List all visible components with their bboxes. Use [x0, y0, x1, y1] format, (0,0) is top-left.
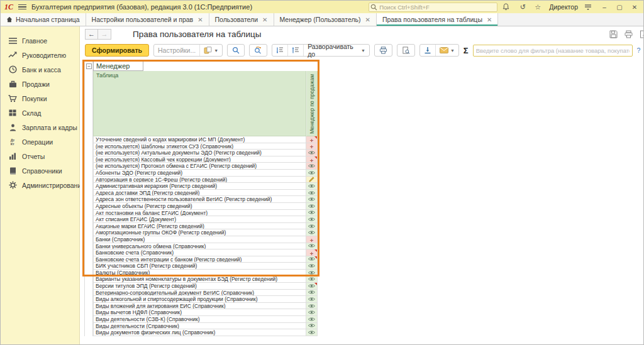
table-row[interactable]: Версии титулов ЭПД (Регистр сведений) — [84, 283, 318, 290]
table-row[interactable]: Административная иерархия (Регистр сведе… — [84, 183, 318, 190]
row-label[interactable]: (не используется) Актуальные документы Э… — [93, 150, 306, 156]
group-row[interactable]: − Менеджер — [84, 62, 318, 71]
row-label[interactable]: Банки (Справочник) — [93, 236, 306, 243]
table-row[interactable]: (не используется) Актуальные документы Э… — [84, 150, 318, 156]
column-header-manager[interactable]: Менеджер по продажам — [306, 71, 318, 136]
row-label[interactable]: БИК участников СБП (Регистр сведений) — [93, 263, 306, 270]
collapse-levels-icon[interactable] — [272, 45, 287, 56]
access-cell[interactable]: + — [306, 249, 318, 256]
tab-3[interactable]: Менеджер (Пользователь)✕ — [274, 13, 377, 26]
maximize-icon[interactable]: ▢ — [614, 4, 625, 11]
table-row[interactable]: Банки (Справочник)+ — [84, 236, 318, 243]
table-row[interactable]: Авторизация в сервисе 1С-Фреш (Регистр с… — [84, 177, 318, 183]
sidebar-item-4[interactable]: Покупки — [1, 91, 79, 106]
table-row[interactable]: Акцизные марки ЕГАИС (Регистр сведений) — [84, 223, 318, 230]
save-report-icon[interactable] — [420, 45, 435, 56]
minimize-icon[interactable]: – — [599, 4, 609, 11]
row-label[interactable]: (не используется) Кассовый чек коррекции… — [93, 156, 306, 163]
back-button[interactable]: ← — [85, 29, 98, 40]
sidebar-item-2[interactable]: Банк и касса — [1, 62, 79, 77]
row-label[interactable]: Акт списания ЕГАИС (Документ) — [93, 216, 306, 223]
row-label[interactable]: (не используется) Шаблоны этикеток СУЗ (… — [93, 143, 306, 150]
access-cell[interactable] — [306, 316, 318, 323]
print-report-button[interactable] — [374, 44, 392, 57]
access-cell[interactable] — [306, 290, 318, 297]
report-variants-icon[interactable]: ▼ — [199, 45, 222, 56]
filter-input[interactable] — [473, 45, 633, 57]
tab-1[interactable]: Настройки пользователей и прав✕ — [86, 13, 209, 26]
table-row[interactable]: Акт списания ЕГАИС (Документ) — [84, 216, 318, 223]
table-row[interactable]: Амортизационные группы ОКОФ (Регистр све… — [84, 229, 318, 236]
access-cell[interactable] — [306, 270, 318, 277]
table-row[interactable]: Акт постановки на баланс ЕГАИС (Документ… — [84, 210, 318, 217]
access-cell[interactable] — [306, 309, 318, 316]
sum-sigma-icon[interactable]: Σ — [464, 46, 469, 55]
table-row[interactable]: Адреса доставки ЭПД (Регистр сведений) — [84, 190, 318, 197]
row-label[interactable]: Адреса доставки ЭПД (Регистр сведений) — [93, 190, 306, 197]
generate-button[interactable]: Сформировать — [85, 44, 149, 57]
group-label[interactable]: Менеджер — [93, 62, 143, 71]
access-cell[interactable] — [306, 276, 318, 283]
history-icon[interactable]: ↺ — [518, 1, 528, 13]
table-row[interactable]: Виды документов физических лиц (Справочн… — [84, 329, 318, 336]
access-cell[interactable]: + — [306, 143, 318, 150]
access-cell[interactable] — [306, 223, 318, 230]
tab-0[interactable]: Начальная страница — [1, 13, 86, 26]
table-row[interactable]: Варианты указания номенклатуры в докумен… — [84, 276, 318, 283]
row-label[interactable]: Банки универсального обмена (Справочник) — [93, 243, 306, 250]
access-cell[interactable] — [306, 196, 318, 203]
access-cell[interactable] — [306, 296, 318, 303]
preview-icon[interactable] — [640, 30, 644, 38]
row-label[interactable]: Виды алкогольной и спиртосодержащей прод… — [93, 296, 306, 303]
sidebar-item-6[interactable]: Зарплата и кадры — [1, 120, 79, 134]
row-label[interactable]: Валюты (Справочник) — [93, 270, 306, 277]
table-row[interactable]: Валюты (Справочник) — [84, 270, 318, 277]
table-row[interactable]: Уточнение сведений о кодах маркировки ИС… — [84, 136, 318, 143]
row-label[interactable]: Ветеринарно-сопроводительный документ Ве… — [93, 290, 306, 297]
sidebar-item-0[interactable]: Главное — [1, 33, 79, 48]
row-label[interactable]: Виды вложений для актирования ЕИС (Справ… — [93, 303, 306, 310]
tab-2[interactable]: Пользователи✕ — [209, 13, 274, 26]
close-tab-icon[interactable]: ✕ — [487, 16, 492, 23]
access-cell[interactable] — [306, 329, 318, 336]
current-user-label[interactable]: Директор — [548, 3, 579, 11]
access-cell[interactable]: + — [306, 236, 318, 243]
table-row[interactable]: (не используется) Шаблоны этикеток СУЗ (… — [84, 143, 318, 150]
access-cell[interactable] — [306, 177, 318, 183]
close-window-icon[interactable]: ✕ — [630, 4, 640, 11]
table-row[interactable]: БИК участников СБП (Регистр сведений) — [84, 263, 318, 270]
close-tab-icon[interactable]: ✕ — [197, 16, 203, 23]
row-label[interactable]: Акт постановки на баланс ЕГАИС (Документ… — [93, 210, 306, 217]
row-label[interactable]: Абоненты ЭДО (Регистр сведений) — [93, 170, 306, 177]
favorites-star-icon[interactable]: ☆ — [533, 1, 543, 13]
access-cell[interactable] — [306, 283, 318, 290]
access-cell[interactable]: + — [306, 156, 318, 163]
forward-button[interactable]: → — [98, 29, 111, 40]
send-email-icon[interactable]: ▼ — [435, 45, 458, 56]
column-header-table[interactable]: Таблица — [93, 71, 306, 136]
access-cell[interactable] — [306, 323, 318, 330]
access-cell[interactable] — [306, 163, 318, 170]
table-row[interactable]: Абоненты ЭДО (Регистр сведений) — [84, 170, 318, 177]
access-cell[interactable] — [306, 203, 318, 210]
row-label[interactable]: Банковские счета интеграции с банком (Ре… — [93, 256, 306, 263]
row-label[interactable]: Версии титулов ЭПД (Регистр сведений) — [93, 283, 306, 290]
table-row[interactable]: Банковские счета интеграции с банком (Ре… — [84, 256, 318, 263]
table-row[interactable]: (не используется) Протокол обмена с ЕГАИ… — [84, 163, 318, 170]
collapse-group-icon[interactable]: − — [86, 63, 92, 69]
table-row[interactable]: Адреса зон ответственности пользователей… — [84, 196, 318, 203]
sidebar-item-5[interactable]: Склад — [1, 106, 79, 120]
table-row[interactable]: Ветеринарно-сопроводительный документ Ве… — [84, 290, 318, 297]
close-tab-icon[interactable]: ✕ — [365, 16, 370, 23]
expand-levels-icon[interactable] — [287, 45, 303, 56]
tab-4[interactable]: Права пользователя на таблицы✕ — [377, 13, 498, 26]
row-label[interactable]: Адреса зон ответственности пользователей… — [93, 196, 306, 203]
print-icon[interactable] — [625, 30, 633, 38]
row-label[interactable]: (не используется) Протокол обмена с ЕГАИ… — [93, 163, 306, 170]
preview-report-button[interactable] — [397, 44, 415, 57]
access-cell[interactable] — [306, 210, 318, 217]
service-menu-icon[interactable] — [584, 4, 594, 10]
row-label[interactable]: Виды документов физических лиц (Справочн… — [93, 329, 306, 336]
notifications-bell-icon[interactable] — [502, 3, 513, 11]
save-icon[interactable] — [609, 30, 618, 38]
